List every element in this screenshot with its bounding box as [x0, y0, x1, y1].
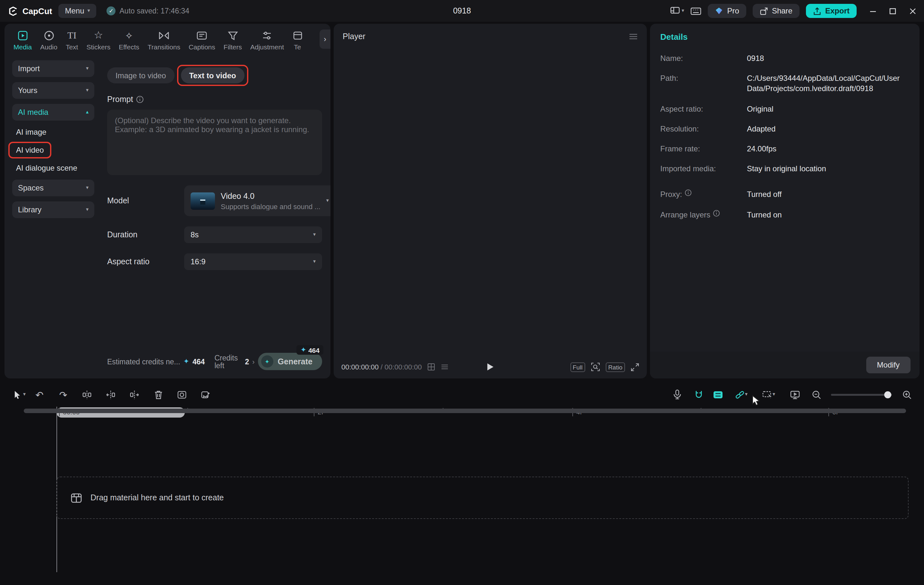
auto-link-button[interactable]: ▾	[728, 390, 755, 399]
text-icon: TI	[68, 30, 76, 41]
prompt-input[interactable]	[107, 110, 322, 175]
aspect-ratio-dropdown[interactable]: 16:9 ▾	[184, 253, 322, 270]
zoom-out-button[interactable]	[807, 390, 826, 399]
tab-captions[interactable]: Captions	[185, 28, 219, 52]
delete-button[interactable]	[146, 390, 170, 399]
cursor-tool-button[interactable]: ▾	[8, 390, 28, 399]
frame-list-icon[interactable]	[441, 363, 449, 371]
duration-label: Duration	[107, 230, 184, 239]
preview-zoom-icon[interactable]	[591, 363, 600, 371]
sidebar-item-ai-image[interactable]: AI image	[12, 126, 50, 138]
estimated-credits-label: Estimated credits ne...	[107, 358, 180, 365]
slider-thumb[interactable]	[884, 391, 891, 398]
generator-footer: Estimated credits ne... ✦ 464 Credits le…	[107, 353, 322, 370]
minimize-button[interactable]	[870, 7, 876, 15]
extract-frame-button[interactable]	[194, 390, 218, 399]
tab-audio[interactable]: Audio	[36, 28, 61, 52]
sidebar-item-yours[interactable]: Yours ▾	[12, 82, 94, 99]
info-icon[interactable]	[136, 96, 144, 103]
detail-value: Turned on	[747, 209, 909, 220]
model-description: Supports dialogue and sound ...	[221, 203, 320, 210]
timecode: 00:00:00:00 / 00:00:00:00	[342, 363, 422, 371]
sidebar-item-library[interactable]: Library ▾	[12, 201, 94, 218]
modify-button[interactable]: Modify	[866, 357, 911, 373]
shortcut-keyboard-button[interactable]	[691, 7, 702, 15]
layout-switch-button[interactable]: ▾	[670, 7, 684, 15]
sidebar-label: Spaces	[18, 183, 44, 193]
player-panel: Player 00:00:00:00 / 00:00:00:00 Full Ra…	[334, 24, 647, 379]
info-icon[interactable]	[713, 209, 720, 216]
credits-left-value: 2	[245, 358, 249, 365]
screen-preview-button[interactable]	[783, 390, 807, 399]
detail-row-aspect-ratio: Aspect ratio: Original	[660, 104, 909, 114]
detail-label: Path:	[660, 73, 678, 83]
quality-selector[interactable]: Full	[570, 362, 585, 372]
capcut-logo: CapCut	[8, 5, 52, 16]
fullscreen-icon[interactable]	[631, 363, 639, 371]
undo-button[interactable]: ↶	[28, 390, 51, 399]
chevron-right-icon[interactable]: ›	[252, 358, 254, 365]
zoom-in-button[interactable]	[897, 390, 916, 399]
pro-badge[interactable]: Pro	[708, 4, 746, 18]
share-button[interactable]: Share	[753, 4, 800, 18]
close-button[interactable]	[909, 7, 916, 15]
timeline-hscrollbar[interactable]	[24, 409, 906, 413]
generate-button[interactable]: ✦ Generate ✦ 464	[258, 353, 322, 370]
image-to-video-tab[interactable]: Image to video	[107, 68, 174, 83]
maximize-button[interactable]	[889, 7, 896, 15]
text-to-video-tab[interactable]: Text to video	[181, 68, 244, 83]
duration-dropdown[interactable]: 8s ▾	[184, 226, 322, 243]
tab-adjustment[interactable]: Adjustment	[246, 28, 288, 52]
tabs-overflow-button[interactable]: ›	[320, 30, 330, 49]
record-voiceover-button[interactable]	[665, 389, 689, 400]
delete-right-button[interactable]	[122, 390, 146, 399]
player-controls: 00:00:00:00 / 00:00:00:00 Full Ratio	[334, 355, 647, 379]
project-title: 0918	[453, 7, 471, 15]
detail-row-path: Path: C:/Users/93444/AppData/Local/CapCu…	[660, 73, 909, 94]
delete-left-button[interactable]	[99, 390, 122, 399]
play-button[interactable]	[486, 363, 494, 371]
detail-value: Original	[747, 104, 909, 114]
tab-effects[interactable]: ✧ Effects	[115, 28, 143, 52]
sidebar-item-ai-dialogue-scene[interactable]: AI dialogue scene	[12, 161, 81, 175]
split-button[interactable]	[75, 390, 99, 399]
export-button[interactable]: Export	[806, 4, 856, 18]
redo-button[interactable]: ↷	[51, 390, 75, 399]
media-tabbar: Media Audio TI Text ☆ Stickers ✧ Effects	[5, 24, 330, 54]
empty-track-dropzone[interactable]: Drag material here and start to create	[56, 476, 909, 519]
info-icon[interactable]	[685, 190, 692, 197]
main-track-magnet-button[interactable]	[708, 390, 728, 399]
sidebar-item-spaces[interactable]: Spaces ▾	[12, 180, 94, 196]
model-dropdown[interactable]: Video 4.0 Supports dialogue and sound ..…	[184, 185, 330, 216]
tab-label: Media	[13, 43, 32, 51]
timecode-separator: /	[379, 363, 384, 371]
tab-transitions[interactable]: Transitions	[144, 28, 184, 52]
ratio-selector[interactable]: Ratio	[606, 362, 625, 372]
chevron-down-icon: ▾	[86, 88, 89, 93]
chevron-up-icon: ▴	[86, 110, 89, 115]
detail-label: Name:	[660, 53, 683, 64]
duration-value: 8s	[191, 230, 199, 239]
player-viewport[interactable]	[334, 49, 647, 355]
autosave-status: ✓ Auto saved: 17:46:34	[107, 7, 189, 15]
tab-text[interactable]: TI Text	[62, 28, 82, 52]
mouse-cursor	[752, 395, 761, 407]
adjustment-icon	[262, 30, 272, 41]
menu-button[interactable]: Menu ▾	[58, 4, 96, 18]
tab-stickers[interactable]: ☆ Stickers	[82, 28, 114, 52]
filters-icon	[228, 30, 238, 41]
mask-button[interactable]	[170, 390, 194, 399]
sidebar-item-ai-video[interactable]: AI video	[12, 144, 48, 157]
sidebar-item-import[interactable]: Import ▾	[12, 60, 94, 77]
tab-media[interactable]: Media	[10, 28, 36, 52]
frame-grid-icon[interactable]	[428, 363, 436, 371]
timeline-zoom-slider[interactable]	[831, 394, 892, 395]
detail-label: Aspect ratio:	[660, 104, 703, 114]
tab-filters[interactable]: Filters	[220, 28, 246, 52]
generate-cost-value: 464	[309, 346, 320, 354]
snap-magnet-button[interactable]	[689, 390, 708, 399]
sidebar-item-ai-media[interactable]: AI media ▴	[12, 104, 94, 120]
player-menu-icon[interactable]	[629, 33, 638, 40]
tab-templates-truncated[interactable]: Te	[289, 28, 306, 52]
check-icon: ✓	[107, 7, 116, 15]
